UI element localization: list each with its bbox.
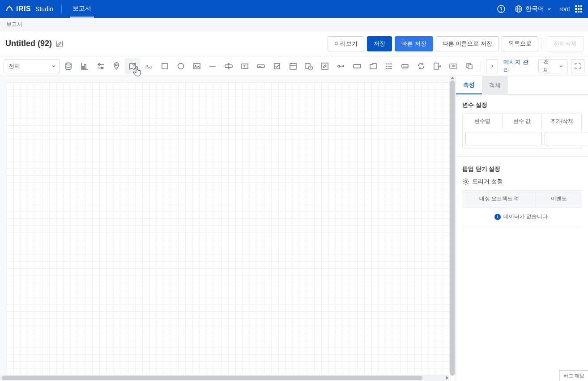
tool-map[interactable] (125, 58, 140, 74)
tool-url[interactable]: URL (446, 58, 461, 74)
filter-select-value: 전체 (9, 62, 20, 70)
tool-button[interactable] (253, 58, 268, 74)
nav-tab-report[interactable]: 보고서 (70, 0, 94, 18)
svg-rect-9 (575, 8, 577, 10)
tool-text[interactable]: Aa (141, 58, 156, 74)
tool-list[interactable] (382, 58, 397, 74)
database-icon (64, 62, 73, 71)
language-selector[interactable]: 한국어 (515, 5, 551, 13)
quick-save-button[interactable]: 빠른 저장 (395, 36, 433, 51)
logo-sub: Studio (35, 5, 53, 13)
tool-pin[interactable] (109, 58, 124, 74)
horizontal-scrollbar[interactable] (0, 375, 449, 381)
svg-point-52 (386, 65, 387, 66)
side-tabs: 속성 객체 (456, 76, 588, 95)
svg-rect-7 (578, 5, 579, 7)
save-button[interactable]: 저장 (367, 36, 392, 51)
tool-database[interactable] (61, 58, 76, 74)
tool-timepicker[interactable] (301, 58, 316, 74)
svg-rect-15 (57, 41, 63, 47)
scroll-right-arrow-icon[interactable] (446, 376, 448, 380)
gear-icon (462, 178, 469, 185)
info-icon: i (494, 214, 501, 220)
tab-objects[interactable]: 객체 (482, 76, 508, 94)
trigger-table-header: 대상 오브젝트 id 이벤트 (462, 190, 582, 207)
tool-refresh[interactable] (413, 58, 429, 74)
input-field-icon (224, 62, 233, 71)
sliders-icon (96, 62, 105, 71)
help-button[interactable] (494, 2, 508, 16)
vertical-scroll-thumb[interactable] (450, 80, 455, 376)
save-as-button[interactable]: 다른 이름으로 저장 (436, 36, 499, 51)
breadcrumb: 보고서 (0, 18, 588, 31)
toolbar-more-button[interactable] (486, 59, 498, 73)
tool-chart[interactable] (77, 58, 92, 74)
tool-rect[interactable] (157, 58, 172, 74)
section-variable-settings: 변수 설정 (462, 101, 582, 109)
top-header: IRIS Studio 보고서 한국어 root (0, 0, 588, 18)
tool-image[interactable] (189, 58, 205, 74)
list-icon (384, 62, 393, 71)
variable-row: − + (462, 129, 582, 148)
bug-report-button[interactable]: 버그 제보 (559, 370, 588, 381)
horizontal-scroll-thumb[interactable] (2, 376, 422, 380)
to-list-button[interactable]: 목록으로 (502, 36, 538, 51)
vertical-scrollbar[interactable] (449, 76, 456, 375)
rename-button[interactable] (55, 40, 64, 48)
col-event: 이벤트 (536, 190, 582, 207)
tag-icon: TAG (401, 62, 409, 71)
user-label[interactable]: root (559, 5, 570, 13)
svg-rect-46 (322, 63, 328, 69)
circle-icon (176, 62, 185, 71)
tool-toggle[interactable] (333, 58, 349, 74)
tool-tag[interactable]: TAG (397, 58, 413, 74)
divider (61, 4, 62, 13)
tab-properties[interactable]: 속성 (456, 76, 482, 94)
section-popup-close: 팝업 닫기 설정 (462, 165, 582, 173)
svg-text:T: T (243, 64, 246, 68)
canvas-area[interactable] (0, 76, 456, 381)
fullscreen-button[interactable] (571, 59, 584, 73)
chevron-right-icon (490, 64, 494, 68)
svg-rect-17 (82, 66, 84, 69)
toggle-icon (337, 62, 345, 71)
image-icon (192, 62, 201, 71)
tool-slider[interactable] (93, 58, 108, 74)
tool-textbox[interactable]: T (237, 58, 252, 74)
apps-button[interactable] (575, 5, 583, 13)
message-manage-link[interactable]: 메시지 관리 (503, 58, 532, 74)
scroll-up-arrow-icon[interactable] (451, 77, 454, 79)
tool-tab[interactable] (366, 58, 381, 74)
tool-input[interactable] (221, 58, 236, 74)
filter-select[interactable]: 전체 (4, 59, 60, 73)
tool-checkbox[interactable] (269, 58, 285, 74)
language-label: 한국어 (525, 5, 544, 13)
tool-export[interactable] (430, 58, 445, 74)
svg-rect-14 (580, 11, 582, 13)
preview-button[interactable]: 미리보기 (328, 36, 364, 51)
svg-rect-10 (578, 8, 579, 10)
chevron-down-icon (559, 64, 563, 68)
variable-value-input[interactable] (545, 132, 588, 145)
bar-chart-icon (80, 62, 89, 71)
refresh-icon (417, 62, 426, 71)
apps-grid-icon (575, 5, 583, 13)
tool-copy[interactable] (462, 58, 477, 74)
variable-name-input[interactable] (465, 132, 542, 145)
tool-datepicker[interactable] (285, 58, 301, 74)
delete-all-button: 전체삭제 (547, 36, 584, 51)
svg-rect-38 (259, 66, 261, 67)
tool-circle[interactable] (173, 58, 188, 74)
main: 속성 객체 변수 설정 변수명 변수 값 추가/삭제 − + 팝업 닫기 설정 … (0, 76, 588, 381)
svg-point-27 (178, 63, 183, 69)
tool-edit[interactable] (317, 58, 332, 74)
col-variable-action: 추가/삭제 (542, 114, 581, 129)
tool-line[interactable] (205, 58, 220, 74)
breadcrumb-item[interactable]: 보고서 (6, 21, 22, 28)
canvas-grid[interactable] (6, 82, 456, 381)
object-select[interactable]: 객체 (538, 59, 567, 73)
trigger-settings-button[interactable]: 트리거 설정 (462, 178, 582, 186)
logo: IRIS Studio (5, 5, 53, 13)
copy-icon (465, 62, 474, 71)
tool-container[interactable] (349, 58, 365, 74)
